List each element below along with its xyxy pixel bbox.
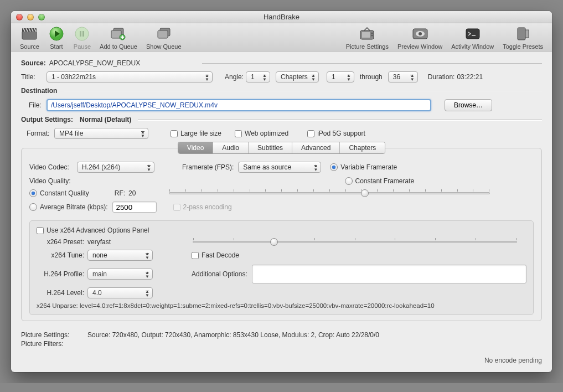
framerate-label: Framerate (FPS): <box>182 163 234 171</box>
two-pass-checkbox: 2-pass encoding <box>173 203 232 211</box>
tab-chapters[interactable]: Chapters <box>340 142 385 153</box>
preset-slider[interactable] <box>193 241 517 243</box>
title-label: Title: <box>21 73 47 81</box>
chapter-to-select[interactable]: 36▲▼ <box>388 71 418 82</box>
drawer-icon <box>515 25 531 42</box>
file-input[interactable] <box>47 99 431 111</box>
svg-point-13 <box>371 33 373 34</box>
svg-rect-5 <box>82 31 84 37</box>
file-label: File: <box>21 101 47 109</box>
avg-bitrate-radio[interactable]: Average Bitrate (kbps): <box>29 203 108 211</box>
start-button[interactable]: Start <box>48 25 65 50</box>
output-settings-label: Output Settings: <box>21 116 73 123</box>
toggle-presets-button[interactable]: Toggle Presets <box>503 25 543 50</box>
use-adv-checkbox[interactable]: Use x264 Advanced Options Panel <box>37 226 149 234</box>
encode-status: No encode pending <box>21 357 542 364</box>
svg-rect-10 <box>158 30 168 38</box>
variable-framerate-radio[interactable]: Variable Framerate <box>330 163 397 171</box>
tune-label: x264 Tune: <box>37 251 84 259</box>
format-select[interactable]: MP4 file▲▼ <box>54 128 148 139</box>
svg-point-3 <box>75 27 89 40</box>
svg-rect-20 <box>525 30 529 38</box>
profile-select[interactable]: main▲▼ <box>87 269 153 280</box>
fast-decode-checkbox[interactable]: Fast Decode <box>192 251 239 259</box>
rf-slider[interactable] <box>169 192 490 194</box>
tab-video[interactable]: Video <box>178 142 213 153</box>
svg-point-17 <box>419 32 422 35</box>
show-queue-icon <box>156 25 172 42</box>
format-label: Format: <box>21 130 54 137</box>
source-button[interactable]: Source <box>20 25 39 50</box>
picture-settings-button[interactable]: Picture Settings <box>346 25 389 50</box>
tabs: Video Audio Subtitles Advanced Chapters <box>178 142 385 154</box>
preset-value: veryfast <box>87 238 121 246</box>
svg-rect-12 <box>362 32 370 38</box>
bitrate-input[interactable] <box>112 202 157 213</box>
pause-button: Pause <box>74 25 91 50</box>
add-queue-icon <box>110 25 127 42</box>
svg-rect-0 <box>22 31 37 39</box>
ipod-checkbox[interactable]: iPod 5G support <box>307 130 365 137</box>
angle-select[interactable]: 1▲▼ <box>246 71 270 82</box>
profile-label: H.264 Profile: <box>37 270 84 278</box>
add-queue-button[interactable]: Add to Queue <box>100 25 137 50</box>
video-codec-label: Video Codec: <box>29 163 77 171</box>
settings-panel: Video Audio Subtitles Advanced Chapters … <box>21 148 542 321</box>
angle-label: Angle: <box>225 73 244 81</box>
destination-label: Destination <box>21 87 57 95</box>
title-select[interactable]: 1 - 03h22m21s▲▼ <box>47 71 213 82</box>
pause-icon <box>74 25 90 42</box>
output-preset: Normal (Default) <box>80 116 131 123</box>
browse-button[interactable]: Browse… <box>445 99 492 111</box>
picture-settings-label: Picture Settings: <box>21 331 87 339</box>
framerate-select[interactable]: Same as source▲▼ <box>238 162 321 173</box>
picture-settings-value: Source: 720x480, Output: 720x430, Anamor… <box>87 331 379 339</box>
web-optimized-checkbox[interactable]: Web optimized <box>235 130 288 137</box>
tab-advanced[interactable]: Advanced <box>292 142 340 153</box>
unparse-text: x264 Unparse: level=4.0:ref=1:8x8dct=0:w… <box>37 302 435 309</box>
duration-label: Duration: <box>428 73 455 81</box>
svg-point-14 <box>371 35 373 37</box>
toolbar: Source Start Pause Add to Queue Show Que… <box>11 23 552 51</box>
level-label: H.264 Level: <box>37 289 84 297</box>
window-title: HandBrake <box>11 13 552 21</box>
picture-filters-label: Picture Filters: <box>21 340 87 348</box>
svg-rect-19 <box>518 28 525 40</box>
x264-panel: Use x264 Advanced Options Panel x264 Pre… <box>29 220 534 315</box>
activity-window-button[interactable]: Activity Window <box>451 25 494 50</box>
constant-quality-radio[interactable]: Constant Quality <box>29 189 89 197</box>
chapter-from-select[interactable]: 1▲▼ <box>327 71 354 82</box>
additional-options-input[interactable] <box>252 265 526 283</box>
tab-audio[interactable]: Audio <box>213 142 249 153</box>
svg-rect-4 <box>80 31 81 37</box>
video-quality-label: Video Quality: <box>29 177 71 185</box>
additional-label: Additional Options: <box>192 270 247 278</box>
source-name: APOCALYPSE_NOW_REDUX <box>49 59 141 67</box>
large-file-checkbox[interactable]: Large file size <box>171 130 221 137</box>
source-label: Source: <box>21 59 46 67</box>
play-icon <box>48 25 65 42</box>
app-window: HandBrake Source Start Pause Add to Queu… <box>11 11 552 372</box>
chapter-type-select[interactable]: Chapters▲▼ <box>276 71 319 82</box>
video-codec-select[interactable]: H.264 (x264)▲▼ <box>77 162 154 173</box>
preview-window-button[interactable]: Preview Window <box>397 25 442 50</box>
duration-value: 03:22:21 <box>457 73 483 81</box>
rf-value: 20 <box>128 189 136 197</box>
svg-rect-18 <box>466 29 479 39</box>
level-select[interactable]: 4.0▲▼ <box>87 287 153 298</box>
clapboard-icon <box>21 25 38 42</box>
show-queue-button[interactable]: Show Queue <box>146 25 182 50</box>
tab-subtitles[interactable]: Subtitles <box>249 142 292 153</box>
eye-icon <box>412 25 428 42</box>
rf-label: RF: <box>115 189 125 197</box>
tune-select[interactable]: none▲▼ <box>87 250 153 261</box>
tv-icon <box>359 25 375 42</box>
terminal-icon <box>464 25 481 42</box>
titlebar: HandBrake <box>11 11 552 23</box>
constant-framerate-radio[interactable]: Constant Framerate <box>345 177 415 185</box>
preset-label: x264 Preset: <box>37 238 84 246</box>
through-label: through <box>360 73 383 81</box>
